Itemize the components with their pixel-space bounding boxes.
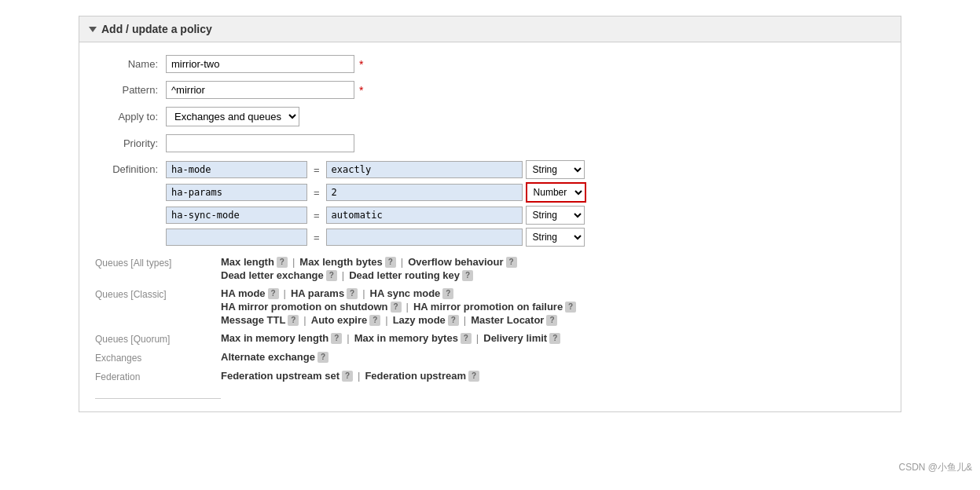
pattern-label: Pattern: [95,84,166,96]
help-classic-line1: HA mode ? | HA params ? | HA sync mode ? [221,287,576,299]
def-row-2: = String Number Boolean List [166,182,586,203]
help-section: Queues [All types] Max length ? | Max le… [95,256,885,382]
apply-select[interactable]: Exchanges and queues Exchanges Queues [166,107,299,126]
q-max-in-memory-length[interactable]: ? [331,333,342,344]
q-ha-mirror-promotion-failure[interactable]: ? [565,302,576,313]
q-ha-mirror-promotion-shutdown[interactable]: ? [391,302,402,313]
def-key-3[interactable] [166,207,307,224]
link-max-length-bytes[interactable]: Max length bytes [299,256,382,268]
help-federation: Federation Federation upstream set ? | F… [95,370,885,382]
def-row-4: = String Number Boolean List [166,228,586,247]
help-quorum-line1: Max in memory length ? | Max in memory b… [221,332,560,344]
def-row-3: = String Number Boolean List [166,206,586,225]
help-exchanges-label: Exchanges [95,351,221,364]
main-container: Add / update a policy Name: * Pattern: *… [79,16,901,412]
bottom-divider [95,398,221,399]
link-dead-letter-routing-key[interactable]: Dead letter routing key [349,269,460,281]
def-val-1[interactable] [326,161,523,178]
pattern-required: * [359,84,363,97]
q-max-length[interactable]: ? [277,257,288,268]
def-val-2[interactable] [326,184,523,201]
link-federation-upstream-set[interactable]: Federation upstream set [221,370,340,382]
q-dead-letter-exchange[interactable]: ? [326,270,337,281]
def-val-4[interactable] [326,229,523,246]
def-type-3[interactable]: String Number Boolean List [526,206,585,225]
link-message-ttl[interactable]: Message TTL [221,314,285,326]
help-queues-classic: Queues [Classic] HA mode ? | HA params ?… [95,287,885,326]
q-lazy-mode[interactable]: ? [448,315,459,326]
help-classic-line2: HA mirror promotion on shutdown ? | HA m… [221,301,576,313]
def-eq-4: = [310,232,323,243]
pattern-row: Pattern: * [95,81,885,99]
q-ha-sync-mode[interactable]: ? [442,288,453,299]
priority-input[interactable] [166,134,354,152]
name-label: Name: [95,58,166,70]
q-overflow-behaviour[interactable]: ? [506,257,517,268]
def-eq-3: = [310,210,323,221]
link-max-in-memory-bytes[interactable]: Max in memory bytes [354,332,458,344]
def-type-2[interactable]: String Number Boolean List [526,182,586,203]
apply-row: Apply to: Exchanges and queues Exchanges… [95,107,885,126]
q-ha-mode[interactable]: ? [268,288,279,299]
q-federation-upstream[interactable]: ? [468,371,479,382]
link-ha-mirror-promotion-failure[interactable]: HA mirror promotion on failure [413,301,563,313]
help-queues-all-label: Queues [All types] [95,256,221,269]
link-ha-mirror-promotion-shutdown[interactable]: HA mirror promotion on shutdown [221,301,388,313]
link-overflow-behaviour[interactable]: Overflow behaviour [408,256,503,268]
def-key-1[interactable] [166,161,307,178]
help-federation-line1: Federation upstream set ? | Federation u… [221,370,479,382]
def-key-4[interactable] [166,229,307,246]
q-delivery-limit[interactable]: ? [549,333,560,344]
link-delivery-limit[interactable]: Delivery limit [483,332,547,344]
link-lazy-mode[interactable]: Lazy mode [393,314,446,326]
def-type-4[interactable]: String Number Boolean List [526,228,585,247]
q-message-ttl[interactable]: ? [288,315,299,326]
name-input[interactable] [166,55,354,73]
def-key-2[interactable] [166,184,307,201]
q-dead-letter-routing-key[interactable]: ? [462,270,473,281]
link-max-length[interactable]: Max length [221,256,274,268]
q-auto-expire[interactable]: ? [369,315,380,326]
help-queues-quorum-label: Queues [Quorum] [95,332,221,345]
def-type-1[interactable]: String Number Boolean List [526,160,585,179]
q-ha-params[interactable]: ? [347,288,358,299]
link-ha-mode[interactable]: HA mode [221,287,266,299]
q-max-length-bytes[interactable]: ? [385,257,396,268]
section-header[interactable]: Add / update a policy [79,16,901,42]
section-title: Add / update a policy [101,23,212,35]
help-exchanges-line1: Alternate exchange ? [221,351,329,363]
priority-label: Priority: [95,137,166,149]
definition-rows: = String Number Boolean List = String [166,160,586,247]
q-alternate-exchange[interactable]: ? [317,352,329,363]
q-master-locator[interactable]: ? [546,315,557,326]
help-federation-label: Federation [95,370,221,382]
apply-label: Apply to: [95,111,166,122]
q-max-in-memory-bytes[interactable]: ? [461,333,472,344]
name-required: * [359,58,363,71]
link-master-locator[interactable]: Master Locator [471,314,544,326]
def-row-1: = String Number Boolean List [166,160,586,179]
def-val-3[interactable] [326,207,523,224]
definition-section: Definition: = String Number Boolean List [95,160,885,247]
help-exchanges: Exchanges Alternate exchange ? [95,351,885,364]
help-queues-all-line2: Dead letter exchange ? | Dead letter rou… [221,269,517,281]
link-dead-letter-exchange[interactable]: Dead letter exchange [221,269,324,281]
help-classic-line3: Message TTL ? | Auto expire ? | Lazy mod… [221,314,576,326]
link-ha-sync-mode[interactable]: HA sync mode [370,287,441,299]
def-eq-2: = [310,187,323,199]
pattern-input[interactable] [166,81,354,99]
link-alternate-exchange[interactable]: Alternate exchange [221,351,315,363]
link-federation-upstream[interactable]: Federation upstream [365,370,466,382]
link-max-in-memory-length[interactable]: Max in memory length [221,332,329,344]
name-row: Name: * [95,55,885,73]
priority-row: Priority: [95,134,885,152]
help-queues-all-line1: Max length ? | Max length bytes ? | Over… [221,256,517,268]
definition-label: Definition: [95,160,166,175]
section-content: Name: * Pattern: * Apply to: Exchanges a… [79,42,901,412]
q-federation-upstream-set[interactable]: ? [342,371,353,382]
link-ha-params[interactable]: HA params [291,287,344,299]
help-queues-all: Queues [All types] Max length ? | Max le… [95,256,885,281]
help-queues-quorum: Queues [Quorum] Max in memory length ? |… [95,332,885,345]
help-queues-classic-label: Queues [Classic] [95,287,221,300]
link-auto-expire[interactable]: Auto expire [311,314,368,326]
